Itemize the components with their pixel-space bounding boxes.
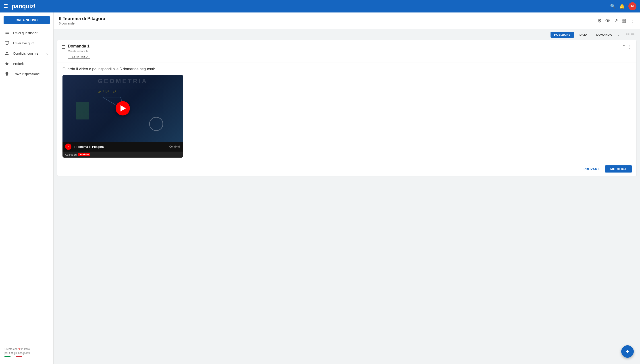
question-header-left: ☰ Domanda 1 Creata un'ora fa TESTO FISSO: [62, 44, 622, 58]
main-content: Il Teorema di Pitagora 6 domande ⚙ 👁 ↗ ▩…: [54, 12, 640, 364]
question-more-icon[interactable]: ⋮: [627, 44, 632, 49]
svg-point-5: [150, 117, 163, 130]
collapse-icon[interactable]: ⌃: [622, 44, 626, 49]
sidebar-item-shared-with-me[interactable]: Condivisi con me ⌄: [0, 48, 53, 58]
youtube-label: YouTube: [78, 153, 90, 156]
sort-question-button[interactable]: DOMANDA: [593, 32, 615, 38]
question-card-body: Guarda il video e poi rispondi alle 5 do…: [57, 62, 636, 162]
question-card-header: ☰ Domanda 1 Creata un'ora fa TESTO FISSO…: [57, 40, 636, 62]
video-thumbnail: GEOMETRIA a² + b² = c²: [63, 75, 183, 142]
search-icon[interactable]: 🔍: [610, 4, 616, 9]
sidebar-item-my-live-quiz[interactable]: I miei live quiz: [0, 38, 53, 48]
drag-handle-icon[interactable]: ☰: [62, 44, 66, 50]
video-share-label[interactable]: Condividi: [169, 145, 180, 148]
video-title-bar: Il Teorema di Pitagora Condividi: [63, 142, 183, 152]
flag-green: [5, 356, 11, 357]
menu-icon[interactable]: ☰: [4, 3, 8, 9]
question-card: ☰ Domanda 1 Creata un'ora fa TESTO FISSO…: [57, 40, 636, 176]
quiz-header: Il Teorema di Pitagora 6 domande ⚙ 👁 ↗ ▩…: [54, 12, 640, 29]
list-view-icon[interactable]: ☰: [631, 32, 635, 38]
flag-red: [16, 356, 22, 357]
question-info: Domanda 1 Creata un'ora fa TESTO FISSO: [68, 44, 90, 58]
sort-view-icons: ☷ ☰: [626, 32, 635, 38]
video-bottom-bar: Guarda su YouTube: [63, 152, 183, 158]
sidebar-footer: Creato con ❤ in Italia per tutti gli ins…: [0, 344, 53, 360]
youtube-play-icon: [67, 146, 70, 148]
footer-text: Creato con ❤ in Italia per tutti gli ins…: [5, 348, 30, 355]
sidebar-item-favorites[interactable]: Preferiti: [0, 58, 53, 69]
sidebar-item-my-live-quiz-label: I miei live quiz: [13, 41, 49, 45]
bulb-icon: [5, 71, 9, 76]
video-container[interactable]: GEOMETRIA a² + b² = c²: [63, 75, 183, 158]
heart-icon: ❤: [18, 348, 21, 351]
sort-bar: POSIZIONE DATA DOMANDA ↓ ↑ ☷ ☰: [54, 29, 640, 40]
youtube-logo: [65, 144, 71, 150]
modifica-button[interactable]: MODIFICA: [605, 166, 632, 172]
sidebar-item-shared-with-me-label: Condivisi con me: [13, 52, 42, 55]
nav-right-actions: 🔍 🔔 N: [610, 2, 636, 10]
question-header-right: ⌃ ⋮: [622, 44, 632, 49]
quiz-header-actions: ⚙ 👁 ↗ ▩ ⋮: [597, 18, 635, 24]
sidebar-item-favorites-label: Preferiti: [13, 62, 49, 66]
app-logo: panquiz!: [12, 3, 606, 10]
sidebar: CREA NUOVO I miei questionari I miei liv…: [0, 12, 54, 364]
video-title-text: Il Teorema di Pitagora: [74, 145, 167, 148]
chart-icon[interactable]: ▩: [621, 18, 626, 24]
preview-icon[interactable]: 👁: [605, 18, 610, 24]
person-icon: [5, 51, 9, 56]
create-new-button[interactable]: CREA NUOVO: [4, 16, 50, 24]
fab-button[interactable]: +: [621, 345, 634, 358]
avatar[interactable]: N: [628, 2, 636, 10]
sidebar-item-inspiration-label: Trova l'ispirazione: [13, 72, 49, 76]
more-vert-icon[interactable]: ⋮: [630, 18, 635, 24]
video-play-button[interactable]: [116, 101, 130, 116]
question-body-text: Guarda il video e poi rispondi alle 5 do…: [63, 67, 631, 71]
quiz-title-section: Il Teorema di Pitagora 6 domande: [59, 16, 597, 25]
sort-down-icon[interactable]: ↓: [617, 32, 619, 37]
share-icon[interactable]: ↗: [614, 18, 618, 24]
watch-on-text: Guarda su: [65, 153, 77, 156]
sidebar-item-inspiration[interactable]: Trova l'ispirazione: [0, 69, 53, 79]
top-nav: ☰ panquiz! 🔍 🔔 N: [0, 0, 640, 12]
question-title: Domanda 1: [68, 44, 90, 48]
sort-up-icon[interactable]: ↑: [621, 32, 623, 37]
provami-button[interactable]: PROVAMI: [581, 166, 601, 172]
grid-view-icon[interactable]: ☷: [626, 32, 630, 38]
sidebar-item-my-questionnaires-label: I miei questionari: [13, 31, 49, 35]
italian-flag: [5, 356, 22, 357]
notification-icon[interactable]: 🔔: [619, 4, 625, 9]
sort-position-button[interactable]: POSIZIONE: [550, 32, 574, 38]
play-triangle: [121, 105, 126, 112]
star-icon: [5, 61, 9, 66]
flag-white: [11, 356, 17, 357]
svg-text:a² + b² = c²: a² + b² = c²: [98, 89, 116, 94]
chevron-down-icon: ⌄: [46, 51, 49, 56]
list-icon: [5, 30, 9, 35]
svg-rect-4: [76, 102, 89, 120]
quiz-subtitle: 6 domande: [59, 22, 597, 25]
question-card-footer: PROVAMI MODIFICA: [57, 162, 636, 176]
app-body: CREA NUOVO I miei questionari I miei liv…: [0, 12, 640, 364]
sort-date-button[interactable]: DATA: [576, 32, 591, 38]
settings-icon[interactable]: ⚙: [597, 18, 602, 24]
sidebar-item-my-questionnaires[interactable]: I miei questionari: [0, 28, 53, 38]
monitor-icon: [5, 40, 9, 46]
question-date: Creata un'ora fa: [68, 50, 90, 53]
quiz-title: Il Teorema di Pitagora: [59, 16, 597, 21]
question-badge: TESTO FISSO: [68, 54, 90, 58]
